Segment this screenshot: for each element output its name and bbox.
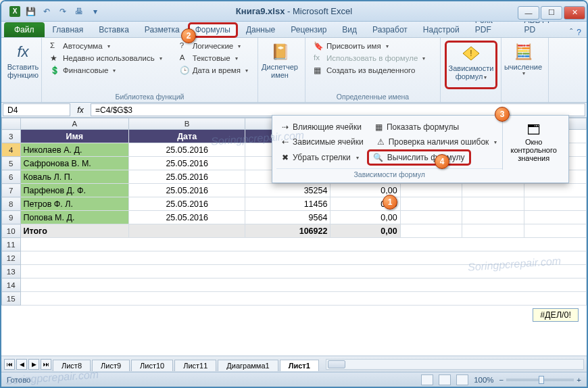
- cells-row13[interactable]: [20, 265, 586, 278]
- tab-home[interactable]: Главная: [45, 22, 91, 37]
- name-manager-button[interactable]: 📔 Диспетчер имен: [262, 41, 297, 89]
- tab-insert[interactable]: Вставка: [91, 22, 137, 37]
- name-box[interactable]: D4: [3, 103, 70, 116]
- cell-C10[interactable]: 106922: [245, 224, 330, 238]
- sheet-tab-10[interactable]: Лист10: [131, 360, 173, 371]
- remove-arrows-item[interactable]: ✖Убрать стрелки▾: [276, 149, 364, 166]
- minimize-button[interactable]: —: [518, 6, 539, 20]
- rowhdr-13[interactable]: 13: [2, 265, 21, 278]
- rowhdr-6[interactable]: 6: [2, 170, 21, 184]
- help-icon[interactable]: ?: [577, 28, 581, 37]
- cell-E8[interactable]: [400, 197, 462, 211]
- rowhdr-7[interactable]: 7: [2, 184, 21, 197]
- create-from-selection-button[interactable]: ▦Создать из выделенного: [310, 65, 436, 76]
- rowhdr-8[interactable]: 8: [2, 197, 21, 211]
- cell-G8[interactable]: [524, 197, 587, 211]
- header-date[interactable]: Дата: [129, 130, 245, 143]
- calculation-button[interactable]: 🧮 ычисление ▾: [506, 41, 541, 89]
- qat-more-icon[interactable]: ▾: [89, 5, 101, 18]
- cell-B4[interactable]: 25.05.2016: [129, 143, 245, 157]
- cell-D9[interactable]: 0,00: [330, 211, 400, 224]
- rowhdr-5[interactable]: 5: [2, 157, 21, 170]
- cell-B6[interactable]: 25.05.2016: [129, 170, 245, 184]
- zoom-slider-knob[interactable]: [539, 376, 544, 384]
- rowhdr-4[interactable]: 4: [2, 143, 21, 157]
- rowhdr-12[interactable]: 12: [2, 251, 21, 265]
- zoom-out-button[interactable]: −: [499, 376, 504, 384]
- cell-A4[interactable]: Николаев А. Д.: [20, 143, 129, 157]
- cell-D10[interactable]: 0,00: [330, 224, 400, 238]
- close-button[interactable]: ✕: [564, 6, 585, 20]
- assign-name-button[interactable]: 🔖Присвоить имя▾: [310, 41, 436, 51]
- cell-F10[interactable]: [462, 224, 524, 238]
- trace-dependents-item[interactable]: ⇠Зависимые ячейки: [276, 135, 369, 149]
- ribbon-minimize-icon[interactable]: ˆ: [570, 28, 572, 37]
- tab-addins[interactable]: Надстрой: [416, 22, 467, 37]
- cell-B9[interactable]: 25.05.2016: [129, 211, 245, 224]
- horizontal-scrollbar[interactable]: [326, 359, 584, 370]
- tab-developer[interactable]: Разработ: [365, 22, 415, 37]
- fx-icon-label[interactable]: fx: [72, 103, 89, 117]
- cell-A5[interactable]: Сафронова В. М.: [20, 157, 129, 170]
- view-normal-button[interactable]: [421, 374, 433, 385]
- header-name[interactable]: Имя: [20, 130, 129, 143]
- scrollbar-thumb[interactable]: [328, 360, 345, 368]
- cell-C8[interactable]: 11456: [245, 197, 330, 211]
- col-B[interactable]: B: [129, 118, 245, 130]
- cell-B10[interactable]: [129, 224, 245, 238]
- cells-row12[interactable]: [20, 251, 586, 265]
- cells-row11[interactable]: [20, 238, 586, 251]
- zoom-in-button[interactable]: +: [577, 376, 581, 384]
- sheet-nav-next[interactable]: ▶: [28, 359, 39, 370]
- sheet-tab-11[interactable]: Лист11: [174, 360, 216, 371]
- evaluate-formula-item[interactable]: 🔍Вычислить формулу: [367, 149, 471, 166]
- cell-G10[interactable]: [524, 224, 587, 238]
- cell-F9[interactable]: [462, 211, 524, 224]
- rowhdr-14[interactable]: 14: [2, 278, 21, 292]
- cell-B8[interactable]: 25.05.2016: [129, 197, 245, 211]
- cells-row14[interactable]: [20, 278, 586, 292]
- qat-save-icon[interactable]: 💾: [24, 5, 36, 18]
- rowhdr-9[interactable]: 9: [2, 211, 21, 224]
- cell-A10[interactable]: Итого: [20, 224, 129, 238]
- rowhdr-10[interactable]: 10: [2, 224, 21, 238]
- cell-F8[interactable]: [462, 197, 524, 211]
- lib-financial[interactable]: 💲Финансовые▾: [46, 65, 166, 76]
- tab-layout[interactable]: Разметка: [137, 22, 187, 37]
- cell-B5[interactable]: 25.05.2016: [129, 157, 245, 170]
- tab-data[interactable]: Данные: [239, 22, 283, 37]
- watch-window-button[interactable]: 🗔 Окно контрольного значения: [502, 120, 564, 170]
- tab-file[interactable]: Файл: [4, 22, 45, 37]
- cell-G7[interactable]: [524, 184, 587, 197]
- sheet-tab-1[interactable]: Лист1: [280, 360, 319, 371]
- cell-B7[interactable]: 25.05.2016: [129, 184, 245, 197]
- cell-A9[interactable]: Попова М. Д.: [20, 211, 129, 224]
- select-all-corner[interactable]: [2, 118, 21, 130]
- sheet-tab-8[interactable]: Лист8: [53, 360, 91, 371]
- view-pagebreak-button[interactable]: [456, 374, 468, 385]
- view-layout-button[interactable]: [439, 374, 451, 385]
- zoom-slider[interactable]: [506, 379, 574, 381]
- cell-E10[interactable]: [400, 224, 462, 238]
- cells-row15[interactable]: [20, 292, 586, 306]
- col-A[interactable]: A: [20, 118, 129, 130]
- cell-F7[interactable]: [462, 184, 524, 197]
- lib-autosum[interactable]: ΣАвтосумма▾: [46, 41, 166, 51]
- cell-A7[interactable]: Парфенов Д. Ф.: [20, 184, 129, 197]
- lib-text[interactable]: AТекстовые▾: [176, 53, 252, 64]
- cell-A6[interactable]: Коваль Л. П.: [20, 170, 129, 184]
- rowhdr-15[interactable]: 15: [2, 292, 21, 306]
- sheet-nav-last[interactable]: ⏭: [41, 359, 51, 370]
- cell-C9[interactable]: 9564: [245, 211, 330, 224]
- formula-auditing-button[interactable]: ! Зависимости формул▾: [445, 41, 497, 89]
- qat-redo-icon[interactable]: ↷: [57, 5, 69, 18]
- lib-recent[interactable]: ★Недавно использовались▾: [46, 53, 166, 64]
- qat-print-icon[interactable]: 🖶: [73, 5, 85, 18]
- sheet-tab-9[interactable]: Лист9: [92, 360, 130, 371]
- cell-E9[interactable]: [400, 211, 462, 224]
- error-check-item[interactable]: ⚠Проверка наличия ошибок▾: [372, 135, 503, 149]
- show-formulas-item[interactable]: ▦Показать формулы: [370, 120, 464, 135]
- rowhdr-11[interactable]: 11: [2, 238, 21, 251]
- sheet-nav-first[interactable]: ⏮: [4, 359, 15, 370]
- maximize-button[interactable]: ☐: [541, 6, 562, 20]
